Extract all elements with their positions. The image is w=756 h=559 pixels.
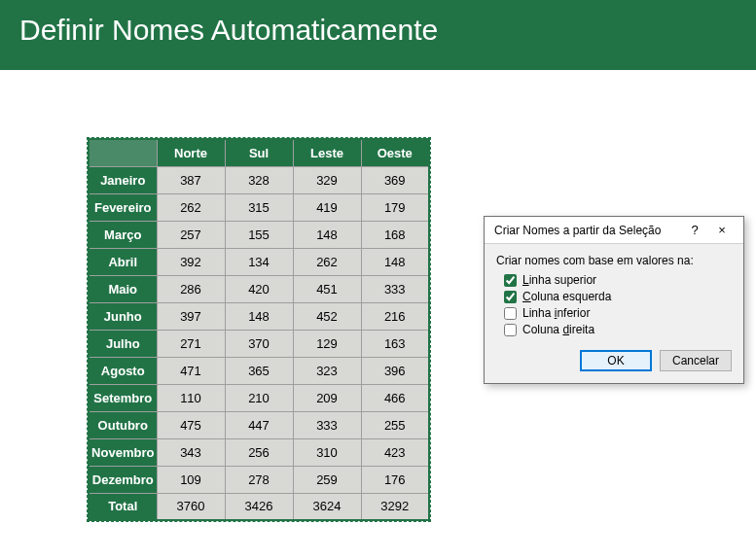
data-cell[interactable]: 387 bbox=[157, 166, 225, 193]
dialog-prompt: Criar nomes com base em valores na: bbox=[496, 254, 732, 267]
data-cell[interactable]: 148 bbox=[293, 221, 361, 248]
data-cell[interactable]: 396 bbox=[361, 357, 429, 384]
data-cell[interactable]: 315 bbox=[225, 193, 293, 221]
option-label: Linha superior bbox=[522, 273, 596, 287]
table-row: Dezembro109278259176 bbox=[89, 466, 429, 493]
col-header: Oeste bbox=[361, 139, 429, 166]
row-header: Junho bbox=[89, 302, 157, 330]
option-top-row[interactable]: Linha superior bbox=[504, 273, 732, 287]
col-header: Leste bbox=[293, 139, 361, 166]
help-icon[interactable]: ? bbox=[681, 223, 708, 237]
row-header: Dezembro bbox=[89, 466, 157, 493]
option-label: Coluna esquerda bbox=[522, 290, 611, 303]
option-label: Coluna direita bbox=[522, 323, 594, 336]
checkbox-top-row[interactable] bbox=[504, 274, 517, 287]
data-cell[interactable]: 419 bbox=[293, 193, 361, 221]
selected-range[interactable]: NorteSulLesteOeste Janeiro387328329369Fe… bbox=[88, 138, 430, 521]
data-cell[interactable]: 365 bbox=[225, 357, 293, 384]
data-cell[interactable]: 420 bbox=[225, 275, 293, 302]
data-cell[interactable]: 168 bbox=[361, 221, 429, 248]
data-cell[interactable]: 475 bbox=[157, 411, 225, 438]
checkbox-bottom-row[interactable] bbox=[504, 307, 517, 320]
table-row: Abril392134262148 bbox=[89, 248, 429, 275]
data-cell[interactable]: 278 bbox=[225, 466, 293, 493]
row-header: Novembro bbox=[89, 438, 157, 466]
data-cell[interactable]: 256 bbox=[225, 438, 293, 466]
banner-title: Definir Nomes Automaticamente bbox=[19, 14, 438, 46]
data-cell[interactable]: 452 bbox=[293, 302, 361, 330]
data-cell[interactable]: 134 bbox=[225, 248, 293, 275]
data-cell[interactable]: 262 bbox=[157, 193, 225, 221]
data-cell[interactable]: 148 bbox=[361, 248, 429, 275]
total-cell[interactable]: 3426 bbox=[225, 493, 293, 520]
cancel-button[interactable]: Cancelar bbox=[660, 350, 732, 371]
data-cell[interactable]: 271 bbox=[157, 330, 225, 357]
data-cell[interactable]: 310 bbox=[293, 438, 361, 466]
data-cell[interactable]: 397 bbox=[157, 302, 225, 330]
data-cell[interactable]: 216 bbox=[361, 302, 429, 330]
row-header: Julho bbox=[89, 330, 157, 357]
data-cell[interactable]: 148 bbox=[225, 302, 293, 330]
col-header: Norte bbox=[157, 139, 225, 166]
data-cell[interactable]: 129 bbox=[293, 330, 361, 357]
data-cell[interactable]: 257 bbox=[157, 221, 225, 248]
table-row: Setembro110210209466 bbox=[89, 384, 429, 411]
data-cell[interactable]: 471 bbox=[157, 357, 225, 384]
table-row: Fevereiro262315419179 bbox=[89, 193, 429, 221]
total-cell[interactable]: 3292 bbox=[361, 493, 429, 520]
table-row: Julho271370129163 bbox=[89, 330, 429, 357]
ok-button[interactable]: OK bbox=[580, 350, 652, 371]
checkbox-right-column[interactable] bbox=[504, 324, 517, 336]
page-banner: Definir Nomes Automaticamente bbox=[0, 0, 756, 70]
data-cell[interactable]: 451 bbox=[293, 275, 361, 302]
data-cell[interactable]: 255 bbox=[361, 411, 429, 438]
row-header: Maio bbox=[89, 275, 157, 302]
data-cell[interactable]: 423 bbox=[361, 438, 429, 466]
data-cell[interactable]: 343 bbox=[157, 438, 225, 466]
data-cell[interactable]: 110 bbox=[157, 384, 225, 411]
data-cell[interactable]: 109 bbox=[157, 466, 225, 493]
col-header: Sul bbox=[225, 139, 293, 166]
data-cell[interactable]: 286 bbox=[157, 275, 225, 302]
data-cell[interactable]: 163 bbox=[361, 330, 429, 357]
create-names-dialog: Criar Nomes a partir da Seleção ? × Cria… bbox=[484, 216, 744, 384]
data-cell[interactable]: 333 bbox=[293, 411, 361, 438]
data-cell[interactable]: 209 bbox=[293, 384, 361, 411]
data-cell[interactable]: 328 bbox=[225, 166, 293, 193]
data-cell[interactable]: 392 bbox=[157, 248, 225, 275]
option-bottom-row[interactable]: Linha inferior bbox=[504, 306, 732, 320]
data-cell[interactable]: 155 bbox=[225, 221, 293, 248]
data-cell[interactable]: 447 bbox=[225, 411, 293, 438]
data-cell[interactable]: 179 bbox=[361, 193, 429, 221]
data-cell[interactable]: 262 bbox=[293, 248, 361, 275]
row-header: Março bbox=[89, 221, 157, 248]
data-table: NorteSulLesteOeste Janeiro387328329369Fe… bbox=[88, 138, 430, 521]
data-cell[interactable]: 333 bbox=[361, 275, 429, 302]
table-row: Maio286420451333 bbox=[89, 275, 429, 302]
close-icon[interactable]: × bbox=[708, 223, 736, 237]
data-cell[interactable]: 176 bbox=[361, 466, 429, 493]
data-cell[interactable]: 466 bbox=[361, 384, 429, 411]
row-header: Fevereiro bbox=[89, 193, 157, 221]
table-corner bbox=[89, 139, 157, 166]
option-label: Linha inferior bbox=[522, 306, 590, 320]
total-cell[interactable]: 3760 bbox=[157, 493, 225, 520]
data-cell[interactable]: 370 bbox=[225, 330, 293, 357]
total-cell[interactable]: 3624 bbox=[293, 493, 361, 520]
row-header: Outubro bbox=[89, 411, 157, 438]
data-cell[interactable]: 369 bbox=[361, 166, 429, 193]
row-header-total: Total bbox=[89, 493, 157, 520]
dialog-titlebar[interactable]: Criar Nomes a partir da Seleção ? × bbox=[485, 217, 743, 244]
row-header: Setembro bbox=[89, 384, 157, 411]
table-row: Março257155148168 bbox=[89, 221, 429, 248]
data-cell[interactable]: 323 bbox=[293, 357, 361, 384]
data-cell[interactable]: 259 bbox=[293, 466, 361, 493]
checkbox-left-column[interactable] bbox=[504, 291, 517, 303]
data-cell[interactable]: 329 bbox=[293, 166, 361, 193]
table-row: Agosto471365323396 bbox=[89, 357, 429, 384]
dialog-title: Criar Nomes a partir da Seleção bbox=[494, 224, 681, 237]
option-right-column[interactable]: Coluna direita bbox=[504, 323, 732, 336]
option-left-column[interactable]: Coluna esquerda bbox=[504, 290, 732, 303]
table-row: Janeiro387328329369 bbox=[89, 166, 429, 193]
data-cell[interactable]: 210 bbox=[225, 384, 293, 411]
